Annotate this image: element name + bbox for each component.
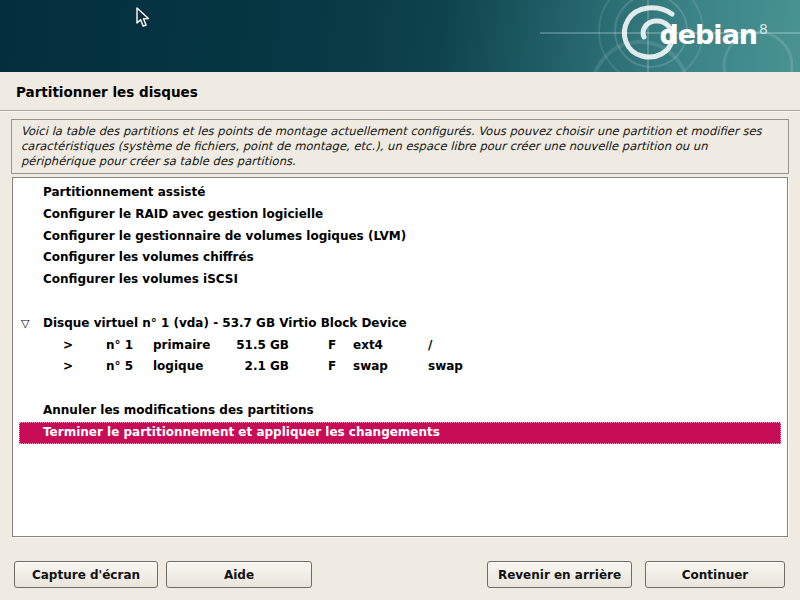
mouse-cursor-icon [136,7,152,29]
page-title: Partitionner les disques [16,84,198,100]
brand-version: 8 [759,21,768,37]
partition-type: logique [153,356,203,378]
banner: debian8 [0,0,800,72]
list-item-undo-changes[interactable]: Annuler les modifications des partitions [19,400,781,422]
partition-flag: F [328,356,336,378]
title-divider [0,110,800,112]
list-spacer [19,378,781,400]
partition-mountpoint: swap [428,356,463,378]
partition-number: n° 5 [106,356,133,378]
help-button[interactable]: Aide [166,561,312,588]
list-item-partition-1[interactable]: > n° 1 primaire 51.5 GB F ext4 / [19,335,781,357]
brand-logo-text: debian8 [659,16,768,48]
go-back-button[interactable]: Revenir en arrière [487,561,632,588]
description-text: Voici la table des partitions et les poi… [11,119,789,174]
partition-marker-icon: > [63,335,73,357]
list-item-guided-partitioning[interactable]: Partitionnement assisté [19,182,781,204]
list-item-finish-partitioning[interactable]: Terminer le partitionnement et appliquer… [19,422,781,444]
partition-flag: F [328,335,336,357]
brand-name: debian [659,19,757,50]
partition-marker-icon: > [63,356,73,378]
list-item-configure-lvm[interactable]: Configurer le gestionnaire de volumes lo… [19,226,781,248]
partition-size: 2.1 GB [199,356,289,378]
expander-triangle-icon[interactable]: ▽ [21,313,43,335]
partition-size: 51.5 GB [199,335,289,357]
partition-number: n° 1 [106,335,133,357]
list-item-disk-header[interactable]: ▽Disque virtuel n° 1 (vda) - 53.7 GB Vir… [19,313,781,335]
list-item-configure-encrypted[interactable]: Configurer les volumes chiffrés [19,247,781,269]
partition-mountpoint: / [428,335,432,357]
list-item-configure-raid[interactable]: Configurer le RAID avec gestion logiciel… [19,204,781,226]
list-item-partition-5[interactable]: > n° 5 logique 2.1 GB F swap swap [19,356,781,378]
list-spacer [19,291,781,313]
screenshot-button[interactable]: Capture d'écran [14,561,158,588]
partition-filesystem: ext4 [353,335,383,357]
list-item-configure-iscsi[interactable]: Configurer les volumes iSCSI [19,269,781,291]
continue-button[interactable]: Continuer [645,561,785,588]
partition-listbox: Partitionnement assisté Configurer le RA… [12,177,788,537]
partition-filesystem: swap [353,356,388,378]
disk-label: Disque virtuel n° 1 (vda) - 53.7 GB Virt… [43,316,407,330]
